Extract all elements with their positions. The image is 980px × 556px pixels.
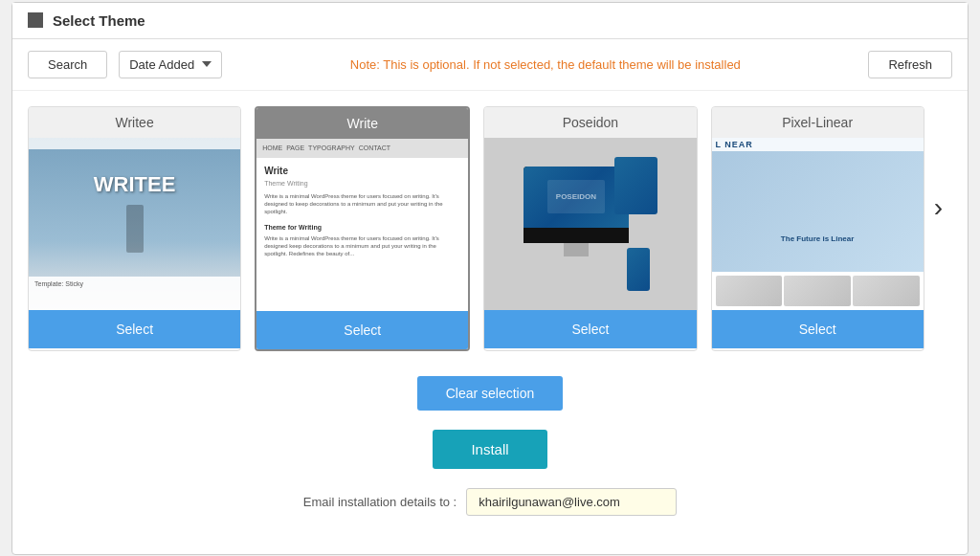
select-writee-button[interactable]: Select bbox=[29, 310, 240, 348]
theme-name-write: Write bbox=[256, 108, 468, 139]
search-button[interactable]: Search bbox=[28, 51, 107, 78]
theme-card-writee: Writee WRITEE Template: Sticky Sele bbox=[28, 106, 241, 351]
window-title: Select Theme bbox=[53, 12, 145, 29]
note-rest: If not selected, the default theme will … bbox=[470, 57, 741, 72]
themes-grid: Writee WRITEE Template: Sticky Sele bbox=[28, 106, 924, 351]
select-write-button[interactable]: Select bbox=[256, 311, 468, 349]
email-field[interactable] bbox=[466, 488, 677, 516]
note-prefix: Note: bbox=[350, 57, 383, 72]
theme-name-writee: Writee bbox=[29, 107, 240, 138]
email-label: Email installation details to : bbox=[303, 495, 457, 509]
theme-preview-writee: WRITEE Template: Sticky bbox=[29, 138, 240, 310]
poseidon-devices: POSEIDON bbox=[523, 157, 657, 291]
theme-card-write: Write HOMEPAGETYPOGRAPHYCONTACT Write Th… bbox=[255, 106, 470, 351]
refresh-button[interactable]: Refresh bbox=[868, 51, 952, 78]
note-text: Note: This is optional. If not selected,… bbox=[234, 57, 857, 72]
themes-area: Writee WRITEE Template: Sticky Sele bbox=[12, 91, 968, 367]
email-row: Email installation details to : bbox=[303, 488, 677, 516]
theme-card-poseidon: Poseidon POSEIDON bbox=[483, 106, 697, 351]
theme-preview-pixellinear: L NEAR The Future is Linear bbox=[712, 138, 924, 310]
bottom-actions: Clear selection Install Email installati… bbox=[12, 367, 968, 525]
install-button[interactable]: Install bbox=[433, 430, 546, 469]
window-icon bbox=[28, 12, 43, 28]
chevron-down-icon bbox=[202, 61, 212, 67]
theme-preview-poseidon: POSEIDON bbox=[484, 138, 696, 310]
theme-card-pixellinear: Pixel-Linear L NEAR The Future is Linear bbox=[711, 106, 924, 351]
main-window: Select Theme Search Date Added Note: Thi… bbox=[11, 2, 969, 555]
theme-preview-write: HOMEPAGETYPOGRAPHYCONTACT Write Theme Wr… bbox=[256, 139, 468, 311]
theme-name-poseidon: Poseidon bbox=[484, 107, 696, 138]
next-page-button[interactable]: › bbox=[924, 192, 952, 223]
next-icon: › bbox=[934, 192, 943, 223]
note-highlight: This is optional. bbox=[383, 57, 469, 72]
toolbar: Search Date Added Note: This is optional… bbox=[12, 39, 968, 91]
select-pixellinear-button[interactable]: Select bbox=[712, 310, 924, 348]
clear-selection-button[interactable]: Clear selection bbox=[417, 376, 564, 411]
theme-name-pixellinear: Pixel-Linear bbox=[712, 107, 924, 138]
titlebar: Select Theme bbox=[12, 3, 968, 39]
select-poseidon-button[interactable]: Select bbox=[484, 310, 696, 348]
sort-dropdown[interactable]: Date Added bbox=[119, 51, 222, 78]
sort-label: Date Added bbox=[129, 57, 194, 72]
